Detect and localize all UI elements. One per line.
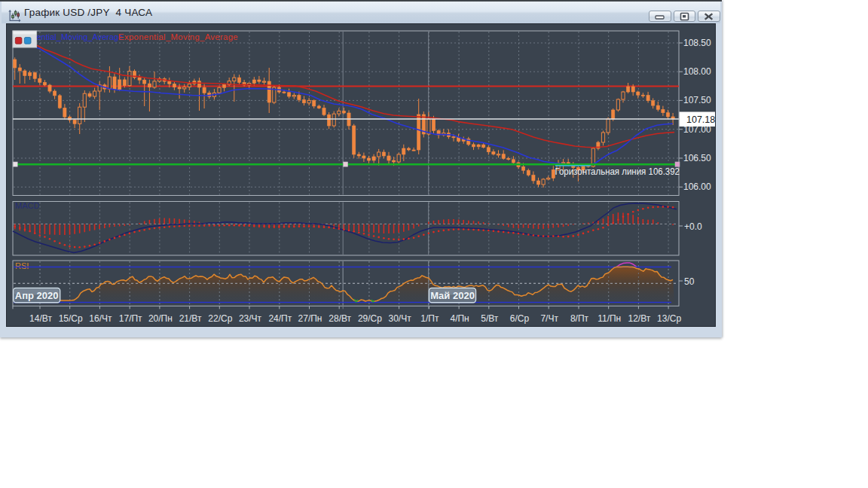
svg-text:28/Вт: 28/Вт	[329, 313, 351, 324]
svg-text:50: 50	[684, 276, 695, 287]
svg-text:106.50: 106.50	[683, 153, 711, 163]
svg-text:108.00: 108.00	[683, 66, 711, 77]
svg-text:13/Ср: 13/Ср	[657, 313, 681, 324]
svg-text:22/Ср: 22/Ср	[208, 313, 232, 324]
svg-text:11/Пн: 11/Пн	[598, 313, 621, 324]
svg-text:7/Чт: 7/Чт	[540, 313, 558, 324]
svg-text:ential_Moving_Average: ential_Moving_Average	[37, 32, 124, 41]
svg-text:5/Вт: 5/Вт	[481, 313, 499, 324]
svg-text:27/Пн: 27/Пн	[298, 313, 322, 324]
svg-text:108.50: 108.50	[683, 38, 711, 48]
svg-text:RSI: RSI	[15, 261, 29, 270]
svg-text:4/Пн: 4/Пн	[450, 313, 469, 324]
svg-text:8/Пт: 8/Пт	[570, 313, 589, 324]
svg-text:106.00: 106.00	[683, 181, 711, 192]
svg-text:107.18: 107.18	[686, 114, 715, 125]
svg-text:Горизонтальная линия 106.392: Горизонтальная линия 106.392	[555, 166, 680, 177]
svg-text:MACD: MACD	[15, 201, 39, 210]
svg-text:21/Вт: 21/Вт	[179, 313, 202, 324]
svg-text:17/Пт: 17/Пт	[119, 313, 142, 324]
svg-text:+0.0: +0.0	[684, 221, 702, 232]
svg-text:30/Чт: 30/Чт	[389, 313, 412, 324]
svg-text:Май 2020: Май 2020	[430, 290, 475, 301]
svg-text:107.50: 107.50	[683, 95, 711, 105]
svg-text:Exponential_Moving_Average: Exponential_Moving_Average	[118, 32, 238, 41]
svg-text:12/Вт: 12/Вт	[628, 313, 651, 324]
svg-text:24/Пт: 24/Пт	[268, 313, 292, 324]
svg-text:16/Чт: 16/Чт	[89, 313, 112, 324]
svg-text:14/Вт: 14/Вт	[29, 313, 52, 324]
svg-text:23/Чт: 23/Чт	[239, 313, 262, 324]
svg-text:15/Ср: 15/Ср	[59, 313, 83, 324]
svg-text:6/Ср: 6/Ср	[510, 313, 530, 324]
svg-text:1/Пт: 1/Пт	[420, 313, 439, 324]
svg-text:Апр 2020: Апр 2020	[15, 290, 59, 301]
svg-text:20/Пн: 20/Пн	[148, 313, 173, 324]
svg-text:29/Ср: 29/Ср	[358, 313, 382, 324]
